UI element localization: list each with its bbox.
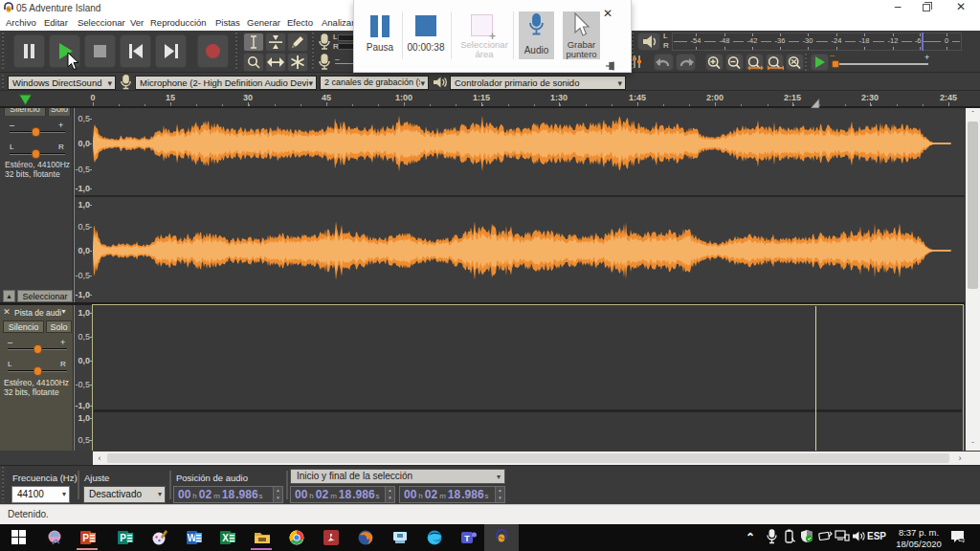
svg-text:X: X bbox=[222, 533, 229, 543]
svg-text:T: T bbox=[464, 534, 470, 543]
svg-text:P: P bbox=[120, 533, 126, 543]
svg-text:P: P bbox=[82, 533, 89, 543]
